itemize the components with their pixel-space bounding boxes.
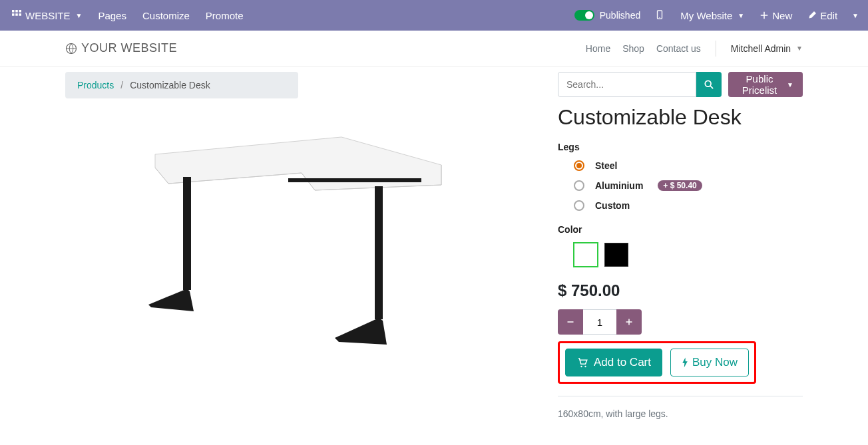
svg-rect-11	[288, 178, 421, 182]
legs-option-custom[interactable]: Custom	[574, 200, 803, 211]
product-title: Customizable Desk	[558, 105, 803, 130]
site-logo[interactable]: YOUR WEBSITE	[65, 41, 177, 55]
radio-icon	[574, 200, 584, 211]
admin-top-bar: WEBSITE ▼ Pages Customize Promote Publis…	[0, 0, 868, 31]
customize-menu[interactable]: Customize	[136, 5, 196, 27]
logo-text: YOUR WEBSITE	[81, 41, 177, 55]
search-icon	[704, 80, 714, 89]
product-image	[142, 132, 455, 358]
radio-icon	[574, 160, 584, 171]
my-website-menu[interactable]: My Website ▼	[674, 5, 751, 27]
svg-rect-10	[375, 186, 383, 319]
svg-rect-4	[15, 13, 18, 16]
plus-icon	[760, 11, 768, 19]
radio-icon	[574, 180, 584, 191]
more-menu[interactable]: ▼	[847, 7, 863, 25]
product-description: 160x80cm, with large legs.	[558, 408, 803, 419]
caret-down-icon: ▼	[787, 81, 793, 88]
add-to-cart-button[interactable]: Add to Cart	[565, 349, 662, 376]
globe-icon	[65, 43, 77, 55]
site-header: YOUR WEBSITE Home Shop Contact us Mitche…	[0, 31, 868, 67]
pencil-icon	[808, 11, 816, 19]
svg-rect-0	[12, 10, 15, 13]
search-button[interactable]	[696, 72, 722, 97]
website-label: WEBSITE	[25, 10, 71, 21]
svg-rect-5	[19, 13, 22, 16]
color-swatch-black[interactable]	[604, 243, 628, 267]
svg-point-7	[660, 17, 660, 17]
svg-point-12	[705, 80, 711, 86]
caret-down-icon: ▼	[796, 45, 803, 52]
svg-rect-2	[19, 10, 22, 13]
purchase-actions: Add to Cart Buy Now	[558, 341, 756, 384]
pricelist-dropdown[interactable]: Public Pricelist ▼	[728, 72, 803, 97]
mobile-preview-button[interactable]	[648, 5, 671, 27]
surcharge-badge: + $ 50.40	[658, 180, 702, 191]
color-swatches	[574, 243, 803, 267]
plus-icon	[625, 318, 633, 326]
promote-menu[interactable]: Promote	[199, 5, 250, 27]
svg-rect-9	[183, 177, 191, 290]
svg-rect-13	[568, 321, 574, 323]
cart-icon	[576, 357, 588, 369]
svg-rect-1	[15, 10, 18, 13]
buy-now-button[interactable]: Buy Now	[670, 349, 749, 376]
website-menu[interactable]: WEBSITE ▼	[5, 5, 89, 27]
svg-point-15	[584, 366, 586, 367]
caret-down-icon: ▼	[76, 12, 83, 19]
edit-button[interactable]: Edit	[801, 5, 844, 27]
qty-decrease-button[interactable]	[558, 309, 583, 335]
svg-point-14	[580, 366, 582, 367]
product-price: $ 750.00	[558, 281, 803, 300]
divider	[558, 396, 803, 396]
breadcrumb: Products / Customizable Desk	[65, 72, 298, 98]
qty-input[interactable]	[583, 309, 616, 335]
search-box	[558, 72, 722, 97]
toggle-switch-icon	[574, 10, 594, 21]
search-input[interactable]	[558, 72, 696, 97]
bolt-icon	[682, 357, 688, 369]
user-menu[interactable]: Mitchell Admin ▼	[731, 43, 803, 54]
caret-down-icon: ▼	[738, 12, 744, 19]
nav-home[interactable]: Home	[586, 43, 610, 54]
color-label: Color	[558, 224, 803, 235]
legs-option-steel[interactable]: Steel	[574, 160, 803, 171]
minus-icon	[566, 318, 574, 326]
new-button[interactable]: New	[754, 5, 799, 27]
quantity-stepper	[558, 309, 803, 335]
svg-rect-3	[12, 13, 15, 16]
pages-menu[interactable]: Pages	[91, 5, 133, 27]
color-swatch-white[interactable]	[574, 243, 598, 267]
breadcrumb-products-link[interactable]: Products	[77, 80, 114, 90]
legs-option-aluminium[interactable]: Aluminium + $ 50.40	[574, 180, 803, 191]
publish-toggle[interactable]: Published	[569, 10, 646, 21]
mobile-icon	[655, 10, 664, 19]
breadcrumb-current: Customizable Desk	[130, 80, 210, 90]
divider	[716, 41, 716, 57]
apps-icon	[12, 10, 21, 21]
qty-increase-button[interactable]	[616, 309, 642, 335]
legs-options: Steel Aluminium + $ 50.40 Custom	[574, 160, 803, 211]
caret-down-icon: ▼	[852, 12, 859, 19]
legs-label: Legs	[558, 142, 803, 152]
nav-contact[interactable]: Contact us	[656, 43, 701, 54]
nav-shop[interactable]: Shop	[622, 43, 644, 54]
